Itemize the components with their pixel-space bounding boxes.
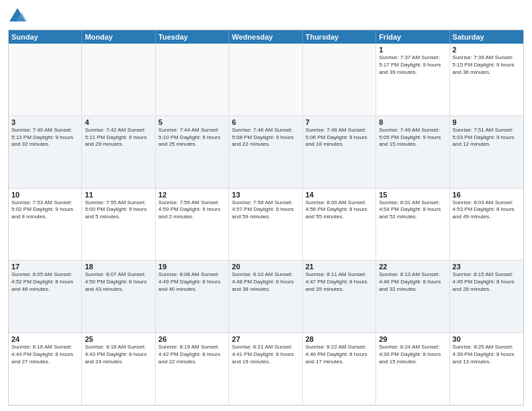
- header: [8, 7, 524, 26]
- day-cell-12: 12Sunrise: 7:56 AM Sunset: 4:59 PM Dayli…: [156, 189, 229, 261]
- calendar-row-1: 3Sunrise: 7:40 AM Sunset: 5:13 PM Daylig…: [9, 116, 523, 189]
- day-number: 15: [379, 191, 446, 199]
- header-day-wednesday: Wednesday: [229, 30, 302, 44]
- day-number: 19: [159, 263, 226, 271]
- day-content: Sunrise: 8:07 AM Sunset: 4:50 PM Dayligh…: [85, 271, 152, 293]
- day-cell-27: 27Sunrise: 8:21 AM Sunset: 4:41 PM Dayli…: [229, 333, 302, 405]
- empty-cell: [303, 44, 376, 116]
- day-content: Sunrise: 7:46 AM Sunset: 5:08 PM Dayligh…: [232, 127, 299, 148]
- day-cell-25: 25Sunrise: 8:18 AM Sunset: 4:43 PM Dayli…: [82, 333, 155, 405]
- day-number: 9: [453, 118, 521, 126]
- day-content: Sunrise: 8:10 AM Sunset: 4:48 PM Dayligh…: [232, 271, 299, 293]
- day-number: 18: [85, 263, 152, 271]
- day-cell-20: 20Sunrise: 8:10 AM Sunset: 4:48 PM Dayli…: [229, 261, 302, 332]
- day-content: Sunrise: 8:03 AM Sunset: 4:53 PM Dayligh…: [453, 199, 521, 221]
- header-day-friday: Friday: [376, 30, 449, 44]
- day-cell-3: 3Sunrise: 7:40 AM Sunset: 5:13 PM Daylig…: [9, 116, 82, 188]
- day-cell-10: 10Sunrise: 7:53 AM Sunset: 5:02 PM Dayli…: [9, 189, 82, 261]
- day-number: 30: [453, 335, 521, 343]
- day-cell-5: 5Sunrise: 7:44 AM Sunset: 5:10 PM Daylig…: [156, 116, 229, 188]
- calendar-header: SundayMondayTuesdayWednesdayThursdayFrid…: [9, 30, 523, 44]
- page: SundayMondayTuesdayWednesdayThursdayFrid…: [0, 0, 532, 411]
- day-number: 4: [85, 118, 152, 126]
- header-day-monday: Monday: [82, 30, 155, 44]
- day-content: Sunrise: 8:00 AM Sunset: 4:56 PM Dayligh…: [306, 199, 373, 221]
- day-number: 26: [159, 335, 226, 343]
- day-cell-9: 9Sunrise: 7:51 AM Sunset: 5:03 PM Daylig…: [450, 116, 523, 188]
- day-content: Sunrise: 7:56 AM Sunset: 4:59 PM Dayligh…: [159, 199, 226, 221]
- day-number: 20: [232, 263, 299, 271]
- day-cell-23: 23Sunrise: 8:15 AM Sunset: 4:45 PM Dayli…: [450, 261, 523, 332]
- day-content: Sunrise: 7:48 AM Sunset: 5:06 PM Dayligh…: [306, 127, 373, 148]
- day-number: 7: [306, 118, 373, 126]
- day-cell-7: 7Sunrise: 7:48 AM Sunset: 5:06 PM Daylig…: [303, 116, 376, 188]
- day-number: 3: [11, 118, 79, 126]
- header-day-thursday: Thursday: [303, 30, 376, 44]
- day-number: 29: [379, 335, 446, 343]
- calendar-row-0: 1Sunrise: 7:37 AM Sunset: 5:17 PM Daylig…: [9, 44, 523, 116]
- day-number: 5: [159, 118, 226, 126]
- day-number: 22: [379, 263, 446, 271]
- header-day-sunday: Sunday: [9, 30, 82, 44]
- day-content: Sunrise: 8:15 AM Sunset: 4:45 PM Dayligh…: [453, 271, 521, 293]
- day-content: Sunrise: 8:25 AM Sunset: 4:39 PM Dayligh…: [453, 344, 521, 365]
- day-number: 25: [85, 335, 152, 343]
- day-cell-30: 30Sunrise: 8:25 AM Sunset: 4:39 PM Dayli…: [450, 333, 523, 405]
- day-number: 27: [232, 335, 299, 343]
- day-content: Sunrise: 7:37 AM Sunset: 5:17 PM Dayligh…: [379, 54, 446, 76]
- logo: [8, 7, 30, 26]
- day-cell-17: 17Sunrise: 8:05 AM Sunset: 4:52 PM Dayli…: [9, 261, 82, 332]
- calendar-row-4: 24Sunrise: 8:16 AM Sunset: 4:44 PM Dayli…: [9, 333, 523, 405]
- day-number: 24: [11, 335, 79, 343]
- day-cell-13: 13Sunrise: 7:58 AM Sunset: 4:57 PM Dayli…: [229, 189, 302, 261]
- day-content: Sunrise: 7:42 AM Sunset: 5:11 PM Dayligh…: [85, 127, 152, 148]
- day-number: 2: [453, 46, 521, 54]
- day-number: 28: [306, 335, 373, 343]
- day-content: Sunrise: 8:11 AM Sunset: 4:47 PM Dayligh…: [306, 271, 373, 293]
- day-content: Sunrise: 8:21 AM Sunset: 4:41 PM Dayligh…: [232, 344, 299, 365]
- day-content: Sunrise: 8:01 AM Sunset: 4:54 PM Dayligh…: [379, 199, 446, 221]
- day-number: 17: [11, 263, 79, 271]
- day-cell-4: 4Sunrise: 7:42 AM Sunset: 5:11 PM Daylig…: [82, 116, 155, 188]
- day-content: Sunrise: 7:51 AM Sunset: 5:03 PM Dayligh…: [453, 127, 521, 148]
- day-content: Sunrise: 8:19 AM Sunset: 4:42 PM Dayligh…: [159, 344, 226, 365]
- day-content: Sunrise: 7:39 AM Sunset: 5:15 PM Dayligh…: [453, 54, 521, 76]
- empty-cell: [9, 44, 82, 116]
- day-number: 16: [453, 191, 521, 199]
- day-content: Sunrise: 8:08 AM Sunset: 4:49 PM Dayligh…: [159, 271, 226, 293]
- day-content: Sunrise: 8:16 AM Sunset: 4:44 PM Dayligh…: [11, 344, 79, 365]
- day-cell-14: 14Sunrise: 8:00 AM Sunset: 4:56 PM Dayli…: [303, 189, 376, 261]
- logo-icon: [8, 7, 27, 26]
- empty-cell: [156, 44, 229, 116]
- day-cell-29: 29Sunrise: 8:24 AM Sunset: 4:39 PM Dayli…: [376, 333, 449, 405]
- calendar: SundayMondayTuesdayWednesdayThursdayFrid…: [8, 30, 524, 406]
- empty-cell: [229, 44, 302, 116]
- day-number: 14: [306, 191, 373, 199]
- day-cell-26: 26Sunrise: 8:19 AM Sunset: 4:42 PM Dayli…: [156, 333, 229, 405]
- day-cell-22: 22Sunrise: 8:13 AM Sunset: 4:46 PM Dayli…: [376, 261, 449, 332]
- header-day-saturday: Saturday: [450, 30, 523, 44]
- day-content: Sunrise: 7:53 AM Sunset: 5:02 PM Dayligh…: [11, 199, 79, 221]
- header-day-tuesday: Tuesday: [156, 30, 229, 44]
- day-content: Sunrise: 8:24 AM Sunset: 4:39 PM Dayligh…: [379, 344, 446, 365]
- empty-cell: [82, 44, 155, 116]
- day-content: Sunrise: 7:55 AM Sunset: 5:00 PM Dayligh…: [85, 199, 152, 221]
- day-number: 8: [379, 118, 446, 126]
- calendar-body: 1Sunrise: 7:37 AM Sunset: 5:17 PM Daylig…: [9, 44, 523, 405]
- day-cell-19: 19Sunrise: 8:08 AM Sunset: 4:49 PM Dayli…: [156, 261, 229, 332]
- day-cell-11: 11Sunrise: 7:55 AM Sunset: 5:00 PM Dayli…: [82, 189, 155, 261]
- day-cell-16: 16Sunrise: 8:03 AM Sunset: 4:53 PM Dayli…: [450, 189, 523, 261]
- day-number: 21: [306, 263, 373, 271]
- day-cell-8: 8Sunrise: 7:49 AM Sunset: 5:05 PM Daylig…: [376, 116, 449, 188]
- day-number: 6: [232, 118, 299, 126]
- day-cell-15: 15Sunrise: 8:01 AM Sunset: 4:54 PM Dayli…: [376, 189, 449, 261]
- day-cell-6: 6Sunrise: 7:46 AM Sunset: 5:08 PM Daylig…: [229, 116, 302, 188]
- day-content: Sunrise: 7:40 AM Sunset: 5:13 PM Dayligh…: [11, 127, 79, 148]
- day-number: 23: [453, 263, 521, 271]
- day-content: Sunrise: 8:22 AM Sunset: 4:40 PM Dayligh…: [306, 344, 373, 365]
- day-number: 11: [85, 191, 152, 199]
- day-content: Sunrise: 7:58 AM Sunset: 4:57 PM Dayligh…: [232, 199, 299, 221]
- day-number: 12: [159, 191, 226, 199]
- calendar-row-3: 17Sunrise: 8:05 AM Sunset: 4:52 PM Dayli…: [9, 261, 523, 333]
- day-number: 13: [232, 191, 299, 199]
